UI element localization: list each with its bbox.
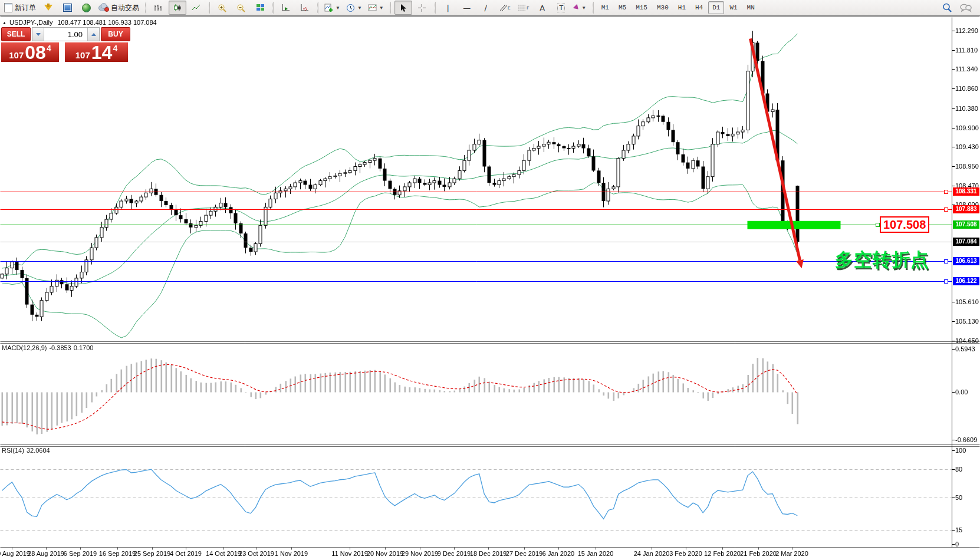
label-button[interactable]: T bbox=[553, 1, 570, 15]
trendline-button[interactable]: ∕ bbox=[477, 1, 495, 15]
signals-button[interactable] bbox=[77, 1, 95, 15]
timeframe-d1-button[interactable]: D1 bbox=[708, 1, 724, 14]
timeframe-h1-button[interactable]: H1 bbox=[674, 1, 690, 14]
zoom-out-icon bbox=[236, 4, 246, 12]
zoom-out-button[interactable] bbox=[232, 1, 250, 15]
horizontal-line-button[interactable]: — bbox=[458, 1, 476, 15]
timeframe-m1-button[interactable]: M1 bbox=[597, 1, 613, 14]
macd-main-value: -0.3853 bbox=[49, 344, 71, 351]
price-tick-label: 109.900 bbox=[955, 124, 979, 131]
turning-point-annotation[interactable]: 多空转折点 bbox=[835, 248, 929, 272]
new-order-icon bbox=[4, 3, 12, 12]
sell-button[interactable]: SELL bbox=[1, 27, 31, 41]
search-button[interactable] bbox=[938, 1, 956, 15]
price-line-chip: 108.331 bbox=[953, 187, 979, 196]
date-axis-label: 2 Mar 2020 bbox=[775, 550, 808, 557]
date-axis-label: 19 Aug 2019 bbox=[0, 550, 30, 557]
level-annotation-box[interactable]: 107.508 bbox=[880, 216, 929, 233]
label-icon: T bbox=[557, 4, 565, 12]
candlestick-button[interactable] bbox=[169, 1, 186, 15]
triangle-up-icon bbox=[91, 33, 96, 36]
volume-increase-button[interactable] bbox=[87, 28, 99, 41]
chat-icon bbox=[960, 3, 972, 12]
date-axis-label: 24 Jan 2020 bbox=[634, 550, 670, 557]
date-axis-label: 15 Jan 2020 bbox=[578, 550, 614, 557]
timeframe-m15-button[interactable]: M15 bbox=[632, 1, 652, 14]
current-price-chip: 107.084 bbox=[953, 238, 979, 246]
buy-button[interactable]: BUY bbox=[101, 27, 130, 41]
chevron-down-icon: ▼ bbox=[379, 5, 384, 11]
date-axis-label: 9 Dec 2019 bbox=[438, 550, 471, 557]
buy-price[interactable]: 107144 bbox=[65, 42, 128, 62]
timeframe-m5-button[interactable]: M5 bbox=[614, 1, 630, 14]
date-axis-label: 29 Nov 2019 bbox=[402, 550, 438, 557]
macd-scale-label: -0.6609 bbox=[955, 436, 977, 443]
timeframe-m30-button[interactable]: M30 bbox=[653, 1, 673, 14]
chart-symbol-period: USDJPY-,Daily bbox=[9, 19, 53, 26]
price-line-chip: 106.613 bbox=[953, 257, 979, 265]
date-axis-label: 23 Oct 2019 bbox=[239, 550, 274, 557]
trendline-icon: ∕ bbox=[485, 4, 487, 12]
timeframe-w1-button[interactable]: W1 bbox=[725, 1, 741, 14]
date-axis-label: 4 Oct 2019 bbox=[170, 550, 202, 557]
vertical-line-button[interactable]: | bbox=[439, 1, 457, 15]
sell-price-handle: 107 bbox=[9, 50, 24, 60]
price-tick-label: 111.340 bbox=[955, 65, 978, 73]
rsi-name: RSI(14) bbox=[2, 447, 24, 454]
rsi-scale-label: 100 bbox=[955, 447, 966, 454]
price-tick-label: 109.430 bbox=[955, 143, 979, 150]
crosshair-icon bbox=[417, 4, 426, 12]
chat-button[interactable] bbox=[957, 1, 975, 15]
channel-button[interactable]: E bbox=[496, 1, 514, 15]
buy-price-point: 4 bbox=[113, 44, 117, 53]
macd-scale-label: 0.5943 bbox=[955, 345, 975, 353]
autotrading-button[interactable]: 自动交易 bbox=[96, 1, 142, 15]
vertical-line-icon: | bbox=[447, 4, 449, 12]
zoom-in-icon bbox=[218, 4, 227, 12]
text-button[interactable]: A bbox=[534, 1, 551, 15]
price-tick-label: 111.810 bbox=[955, 47, 978, 54]
rsi-label: RSI(14)32.0604 bbox=[2, 447, 52, 454]
indicators-button[interactable]: ▼ bbox=[322, 1, 343, 15]
date-axis-label: 6 Sep 2019 bbox=[64, 550, 97, 557]
date-axis-label: 21 Feb 2020 bbox=[740, 550, 777, 557]
timeframe-h4-button[interactable]: H4 bbox=[691, 1, 707, 14]
volume-value[interactable]: 1.00 bbox=[44, 28, 87, 41]
chart-canvas[interactable] bbox=[0, 0, 980, 560]
price-tick-label: 104.650 bbox=[955, 337, 979, 344]
timeframe-mn-button[interactable]: MN bbox=[743, 1, 759, 14]
fibonacci-button[interactable]: F bbox=[515, 1, 532, 15]
chart-shift-button[interactable] bbox=[296, 1, 314, 15]
market-watch-button[interactable] bbox=[40, 1, 57, 15]
mt4-window: 新订单 自动交易 bbox=[0, 0, 980, 560]
line-chart-button[interactable] bbox=[188, 1, 205, 15]
toolbar-separator bbox=[593, 2, 594, 14]
new-order-label: 新订单 bbox=[15, 3, 36, 13]
timeframe-group: M1M5M15M30H1H4D1W1MN bbox=[597, 1, 759, 14]
sell-price[interactable]: 107084 bbox=[1, 42, 59, 62]
cursor-icon bbox=[399, 4, 407, 12]
cursor-button[interactable] bbox=[394, 1, 412, 15]
auto-scroll-button[interactable] bbox=[277, 1, 295, 15]
toolbar: 新订单 自动交易 bbox=[0, 0, 980, 16]
text-icon: A bbox=[540, 4, 545, 12]
zoom-in-button[interactable] bbox=[213, 1, 231, 15]
periods-button[interactable]: ▼ bbox=[344, 1, 364, 15]
chevron-down-icon: ▼ bbox=[357, 5, 362, 11]
bar-chart-button[interactable] bbox=[150, 1, 167, 15]
rsi-value: 32.0604 bbox=[27, 447, 50, 454]
tile-windows-button[interactable] bbox=[251, 1, 269, 15]
autotrading-label: 自动交易 bbox=[111, 3, 139, 13]
volume-decrease-button[interactable] bbox=[32, 28, 44, 41]
templates-button[interactable]: ▼ bbox=[366, 1, 386, 15]
toolbar-right bbox=[938, 1, 975, 15]
price-line-chip: 107.883 bbox=[953, 205, 979, 213]
new-chart-button[interactable] bbox=[58, 1, 76, 15]
chart-window-icon bbox=[63, 4, 72, 12]
new-order-button[interactable]: 新订单 bbox=[2, 1, 38, 15]
crosshair-button[interactable] bbox=[413, 1, 431, 15]
collapse-panel-icon[interactable]: ▲ bbox=[2, 21, 6, 25]
toolbar-separator bbox=[209, 2, 210, 14]
date-axis-label: 1 Nov 2019 bbox=[275, 550, 308, 557]
arrows-button[interactable]: ▼ bbox=[571, 1, 589, 15]
